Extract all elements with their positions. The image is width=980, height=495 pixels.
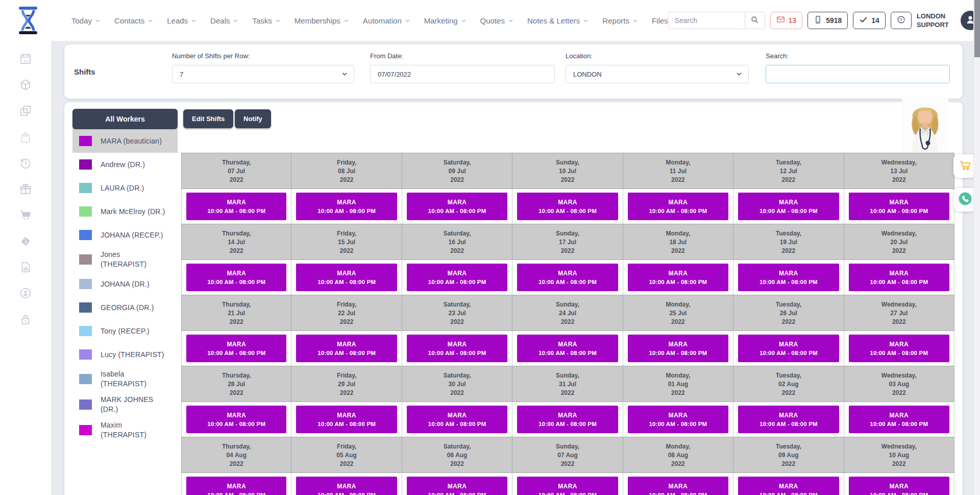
- shift-entry[interactable]: MARA10:00 AM - 08:00 PM: [296, 406, 397, 433]
- shift-entry[interactable]: MARA10:00 AM - 08:00 PM: [407, 193, 507, 220]
- shift-entry[interactable]: MARA10:00 AM - 08:00 PM: [407, 477, 507, 495]
- shift-entry[interactable]: MARA10:00 AM - 08:00 PM: [517, 406, 618, 433]
- shift-entry[interactable]: MARA10:00 AM - 08:00 PM: [628, 264, 728, 291]
- shift-entry[interactable]: MARA10:00 AM - 08:00 PM: [849, 264, 949, 291]
- shift-entry[interactable]: MARA10:00 AM - 08:00 PM: [296, 264, 397, 291]
- phone-calls-badge[interactable]: 5918: [807, 12, 848, 29]
- worker-item-laura-dr[interactable]: LAURA (DR.): [72, 176, 178, 200]
- nav-item-tasks[interactable]: Tasks: [252, 16, 280, 25]
- worker-item-maxim-therapist[interactable]: Maxim (THERAPIST): [72, 417, 178, 443]
- shift-entry[interactable]: MARA10:00 AM - 08:00 PM: [628, 406, 728, 433]
- nav-item-reports[interactable]: Reports: [602, 16, 638, 25]
- nav-item-notes-letters[interactable]: Notes & Letters: [527, 16, 589, 25]
- nav-item-contacts[interactable]: Contacts: [114, 16, 153, 25]
- nav-item-today[interactable]: Today: [71, 16, 101, 25]
- all-workers-button[interactable]: All Workers: [72, 109, 178, 129]
- price-tag-icon[interactable]: $: [19, 234, 32, 248]
- shift-entry[interactable]: MARA10:00 AM - 08:00 PM: [186, 264, 286, 291]
- shift-entry[interactable]: MARA10:00 AM - 08:00 PM: [849, 406, 949, 433]
- day-header: Wednesday,13 Jul2022: [844, 153, 954, 189]
- worker-item-georgia-dr[interactable]: GEORGIA (DR.): [72, 296, 178, 319]
- shift-entry[interactable]: MARA10:00 AM - 08:00 PM: [738, 477, 839, 495]
- shift-entry[interactable]: MARA10:00 AM - 08:00 PM: [296, 477, 397, 495]
- shift-entry[interactable]: MARA10:00 AM - 08:00 PM: [849, 335, 949, 362]
- search-button[interactable]: [745, 12, 765, 29]
- shift-worker-name: MARA: [227, 483, 246, 490]
- calendar-icon[interactable]: 12: [19, 52, 32, 65]
- shift-entry[interactable]: MARA10:00 AM - 08:00 PM: [849, 477, 949, 495]
- worker-item-isabela-therapist[interactable]: Isabela (THERAPIST): [72, 366, 178, 392]
- shift-entry[interactable]: MARA10:00 AM - 08:00 PM: [296, 193, 397, 220]
- worker-item-mara-beautician[interactable]: MARA (beautician): [72, 129, 178, 153]
- shift-entry[interactable]: MARA10:00 AM - 08:00 PM: [186, 335, 286, 362]
- page-scrollbar[interactable]: [973, 0, 980, 495]
- shift-entry[interactable]: MARA10:00 AM - 08:00 PM: [517, 193, 618, 220]
- global-search-input[interactable]: [668, 12, 745, 29]
- nav-item-deals[interactable]: Deals: [210, 16, 238, 25]
- nav-item-memberships[interactable]: Memberships: [295, 16, 349, 25]
- shifts-search-input[interactable]: [766, 65, 950, 83]
- nav-item-files[interactable]: Files: [652, 16, 668, 25]
- worker-item-tony-recep[interactable]: Tony (RECEP.): [72, 319, 178, 343]
- shift-entry[interactable]: MARA10:00 AM - 08:00 PM: [407, 264, 507, 291]
- bag-icon[interactable]: [19, 130, 32, 144]
- shift-entry[interactable]: MARA10:00 AM - 08:00 PM: [517, 335, 618, 362]
- history-icon[interactable]: [19, 156, 32, 170]
- nav-item-marketing[interactable]: Marketing: [424, 16, 467, 25]
- shift-entry[interactable]: MARA10:00 AM - 08:00 PM: [296, 335, 397, 362]
- shift-worker-name: MARA: [558, 270, 577, 277]
- shift-entry[interactable]: MARA10:00 AM - 08:00 PM: [628, 335, 728, 362]
- shift-entry[interactable]: MARA10:00 AM - 08:00 PM: [517, 264, 618, 291]
- shift-time-range: 10:00 AM - 08:00 PM: [649, 421, 707, 427]
- from-date-input[interactable]: [370, 65, 555, 83]
- day-shift-cell: MARA10:00 AM - 08:00 PM: [402, 402, 512, 437]
- shift-entry[interactable]: MARA10:00 AM - 08:00 PM: [517, 477, 618, 495]
- nav-item-label: Reports: [602, 16, 629, 25]
- lock-icon[interactable]: [19, 313, 32, 326]
- nav-item-leads[interactable]: Leads: [167, 16, 197, 25]
- shift-entry[interactable]: MARA10:00 AM - 08:00 PM: [407, 335, 507, 362]
- shift-entry[interactable]: MARA10:00 AM - 08:00 PM: [849, 193, 949, 220]
- scrollbar-thumb[interactable]: [974, 0, 980, 57]
- cart-icon[interactable]: [19, 208, 32, 222]
- edit-shifts-button[interactable]: Edit Shifts: [183, 109, 233, 128]
- mail-notifications-badge[interactable]: 13: [770, 12, 803, 29]
- package-icon[interactable]: [19, 78, 32, 91]
- gift-icon[interactable]: [19, 182, 32, 196]
- shift-entry[interactable]: MARA10:00 AM - 08:00 PM: [186, 477, 286, 495]
- worker-item-mark-johnes-dr[interactable]: MARK JOHNES (DR.): [72, 392, 178, 417]
- worker-item-andrew-dr[interactable]: Andrew (DR.): [72, 153, 178, 176]
- shift-entry[interactable]: MARA10:00 AM - 08:00 PM: [407, 406, 507, 433]
- shift-entry[interactable]: MARA10:00 AM - 08:00 PM: [628, 477, 728, 495]
- shift-entry[interactable]: MARA10:00 AM - 08:00 PM: [738, 264, 839, 291]
- app-logo-hourglass-icon[interactable]: [15, 6, 41, 35]
- copy-icon[interactable]: [19, 104, 32, 117]
- week-shifts-row: MARA10:00 AM - 08:00 PMMARA10:00 AM - 08…: [181, 331, 954, 366]
- worker-item-jones-therapist[interactable]: Jones (THERAPIST): [72, 247, 178, 272]
- nav-item-quotes[interactable]: Quotes: [480, 16, 513, 25]
- account-icon[interactable]: [19, 287, 32, 300]
- shift-entry[interactable]: MARA10:00 AM - 08:00 PM: [738, 193, 839, 220]
- worker-item-johana-recep[interactable]: JOHANA (RECEP.): [72, 223, 178, 247]
- shifts-per-row-select[interactable]: 7: [172, 65, 354, 83]
- shift-entry[interactable]: MARA10:00 AM - 08:00 PM: [628, 193, 728, 220]
- shift-entry[interactable]: MARA10:00 AM - 08:00 PM: [738, 406, 839, 433]
- shift-time-range: 10:00 AM - 08:00 PM: [428, 350, 486, 356]
- shift-entry[interactable]: MARA10:00 AM - 08:00 PM: [738, 335, 839, 362]
- worker-item-johana-dr[interactable]: JOHANA (DR.): [72, 272, 178, 296]
- shift-entry[interactable]: MARA10:00 AM - 08:00 PM: [186, 406, 286, 433]
- tasks-done-badge[interactable]: 14: [853, 12, 886, 29]
- shift-time-range: 10:00 AM - 08:00 PM: [649, 492, 707, 495]
- shift-worker-name: MARA: [558, 483, 577, 490]
- shift-worker-name: MARA: [669, 270, 688, 277]
- location-select[interactable]: LONDON: [566, 65, 749, 83]
- shift-entry[interactable]: MARA10:00 AM - 08:00 PM: [186, 193, 286, 220]
- notify-button[interactable]: Notify: [235, 109, 271, 128]
- help-button[interactable]: ?: [891, 12, 912, 29]
- chevron-down-icon: [95, 16, 101, 25]
- worker-item-mark-mcelroy-dr[interactable]: Mark McElroy (DR.): [72, 200, 178, 223]
- nav-item-automation[interactable]: Automation: [363, 16, 410, 25]
- worker-item-lucy-therapist[interactable]: Lucy (THERAPIST): [72, 343, 178, 366]
- shift-time-range: 10:00 AM - 08:00 PM: [207, 492, 265, 495]
- report-icon[interactable]: [19, 261, 32, 274]
